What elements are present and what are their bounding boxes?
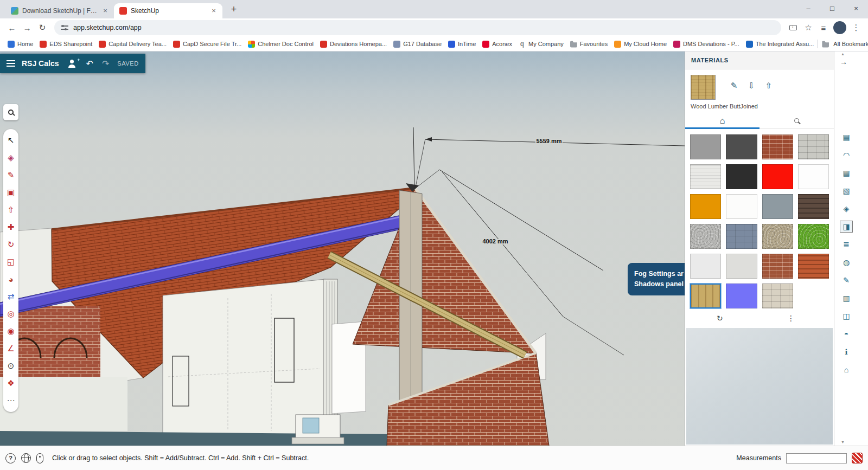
material-swatch-blue-speckled-tile[interactable] (726, 224, 757, 249)
more-tools[interactable]: ⋯ (3, 392, 18, 409)
collapse-panel-icon[interactable]: → (840, 57, 847, 66)
undo-button[interactable]: ↶ (86, 59, 93, 69)
bookmark-dms-deviations-p[interactable]: DMS Deviations - P... (670, 40, 743, 49)
material-swatch-white[interactable] (798, 164, 829, 189)
shortcuts-icon[interactable] (36, 453, 43, 463)
main-menu-icon[interactable] (7, 60, 15, 67)
paint-tool[interactable]: ◕ (3, 271, 18, 288)
bookmark-eds-sharepoint[interactable]: EDS Sharepoint (36, 40, 95, 49)
push-pull-tool[interactable]: ⇧ (3, 201, 18, 218)
eraser-tool[interactable]: ◈ (3, 149, 18, 166)
material-swatch-red-brick[interactable] (762, 134, 793, 159)
text-panel-icon[interactable]: ✎ (840, 275, 852, 286)
soften-edges-panel-icon[interactable]: ◍ (840, 257, 852, 268)
bookmark-my-company[interactable]: qMy Company (515, 40, 567, 49)
add-collaborator-icon[interactable]: + (67, 60, 77, 68)
material-swatch-red[interactable] (762, 164, 793, 189)
material-swatch-dark-gray[interactable] (726, 134, 757, 159)
download-material-icon[interactable]: ⇩ (745, 79, 758, 92)
select-tool[interactable]: ↖ (3, 132, 18, 149)
components-panel-icon[interactable]: ▦ (840, 168, 852, 178)
scale-tool[interactable]: ◱ (3, 253, 18, 271)
tab1-close-icon[interactable]: × (101, 7, 110, 15)
model-canvas[interactable]: 5559 mm 4002 mm (0, 51, 685, 446)
views-panel-icon[interactable]: ◫ (840, 311, 852, 321)
rail-scroll-up-icon[interactable]: ▲ (841, 52, 845, 56)
flip-tool[interactable]: ⇄ (3, 288, 18, 305)
materials-panel-icon[interactable]: ◨ (840, 221, 852, 232)
scenes-panel-icon[interactable]: ▥ (840, 293, 852, 304)
shapes-tool[interactable]: ▣ (3, 184, 18, 201)
close-window-button[interactable]: × (844, 0, 868, 18)
material-swatch-ashlar-stone[interactable] (798, 134, 829, 159)
maximize-button[interactable]: □ (820, 0, 844, 18)
install-app-icon[interactable] (786, 20, 801, 35)
material-swatch-charcoal[interactable] (726, 164, 757, 189)
rail-scroll-down-icon[interactable]: ▼ (841, 440, 845, 444)
model-info-panel-icon[interactable]: ℹ (840, 346, 852, 357)
display-panel-icon[interactable]: ◓ (840, 329, 852, 339)
model-title[interactable]: RSJ Calcs (22, 59, 59, 68)
minimize-button[interactable]: – (796, 0, 820, 18)
bookmark-g17-database[interactable]: G17 Database (390, 40, 445, 49)
entity-info-panel-icon[interactable]: ▤ (840, 132, 852, 143)
material-swatch-light-gray[interactable] (690, 254, 721, 279)
material-swatch-wood-lumber-buttjoined[interactable] (690, 284, 721, 308)
tab2-close-icon[interactable]: × (209, 7, 218, 15)
forward-button[interactable]: → (20, 20, 35, 35)
bookmark-the-integrated-assu[interactable]: The Integrated Assu... (743, 40, 818, 49)
bookmark-capd-secure-file-tr[interactable]: CapD Secure File Tr... (170, 40, 245, 49)
bookmark-chelmer-doc-control[interactable]: Chelmer Doc Control (245, 40, 317, 49)
tab-sketchup[interactable]: SketchUp × (114, 3, 222, 18)
material-swatch-brown-shingles[interactable] (798, 194, 829, 219)
back-button[interactable]: ← (4, 20, 20, 35)
measurements-input[interactable] (786, 453, 847, 463)
sync-materials-icon[interactable]: ↻ (717, 314, 723, 323)
new-tab-button[interactable]: + (227, 2, 241, 16)
tape-measure-tool[interactable]: ◎ (3, 305, 18, 323)
materials-home-tab[interactable]: ⌂ (685, 113, 760, 128)
material-swatch-stone-pavers[interactable] (762, 284, 793, 308)
move-tool[interactable]: ✚ (3, 218, 18, 236)
section-plane-tool[interactable]: ◉ (3, 323, 18, 340)
material-swatch-spanish-roof-tiles[interactable] (798, 254, 829, 279)
reading-list-icon[interactable]: ≡ (816, 20, 831, 35)
language-globe-icon[interactable] (21, 453, 31, 463)
bookmark-home[interactable]: Home (4, 40, 36, 49)
dimension-tool[interactable]: ∠ (3, 340, 18, 357)
instructor-panel-icon[interactable]: ◠ (840, 150, 852, 160)
material-swatch-gray[interactable] (690, 134, 721, 159)
tags-panel-icon[interactable]: ◈ (840, 203, 852, 214)
redo-button[interactable]: ↷ (102, 59, 109, 69)
line-tool[interactable]: ✎ (3, 166, 18, 184)
all-bookmarks[interactable]: All Bookmarks (817, 40, 868, 48)
selected-material-thumbnail[interactable] (691, 75, 716, 100)
materials-search-tab[interactable] (760, 113, 834, 128)
bookmark-my-cloud-home[interactable]: My Cloud Home (611, 40, 670, 49)
browser-menu-icon[interactable]: ⋮ (848, 20, 864, 35)
material-swatch-gravel[interactable] (762, 224, 793, 249)
styles-panel-icon[interactable]: ▧ (840, 185, 852, 196)
edit-material-icon[interactable]: ✎ (727, 79, 741, 92)
material-swatch-blue-gray[interactable] (762, 194, 793, 219)
material-swatch-white-siding[interactable] (690, 164, 721, 189)
material-swatch-blue-violet[interactable] (726, 284, 757, 308)
material-swatch-rough-brick[interactable] (762, 254, 793, 279)
site-settings-icon[interactable] (61, 24, 68, 31)
rotate-tool[interactable]: ↻ (3, 236, 18, 253)
url-bar[interactable]: app.sketchup.com/app (54, 20, 781, 35)
bookmark-deviations-homepa[interactable]: Deviations Homepa... (317, 40, 390, 49)
material-swatch-orange[interactable] (690, 194, 721, 219)
material-swatch-grass[interactable] (798, 224, 829, 249)
bookmark-star-icon[interactable]: ☆ (801, 20, 816, 35)
bookmark-aconex[interactable]: Aconex (479, 40, 515, 49)
help-icon[interactable]: ? (5, 453, 16, 463)
profile-avatar[interactable] (833, 21, 846, 34)
bookmark-intime[interactable]: InTime (445, 40, 479, 49)
materials-more-icon[interactable]: ⋮ (787, 314, 795, 323)
zoom-tool[interactable]: ⊙ (3, 357, 18, 375)
bookmark-favourites[interactable]: Favourites (567, 40, 611, 49)
material-swatch-pale-gray[interactable] (726, 254, 757, 279)
material-swatch-plain-white[interactable] (726, 194, 757, 219)
upload-material-icon[interactable]: ⇧ (762, 79, 775, 92)
